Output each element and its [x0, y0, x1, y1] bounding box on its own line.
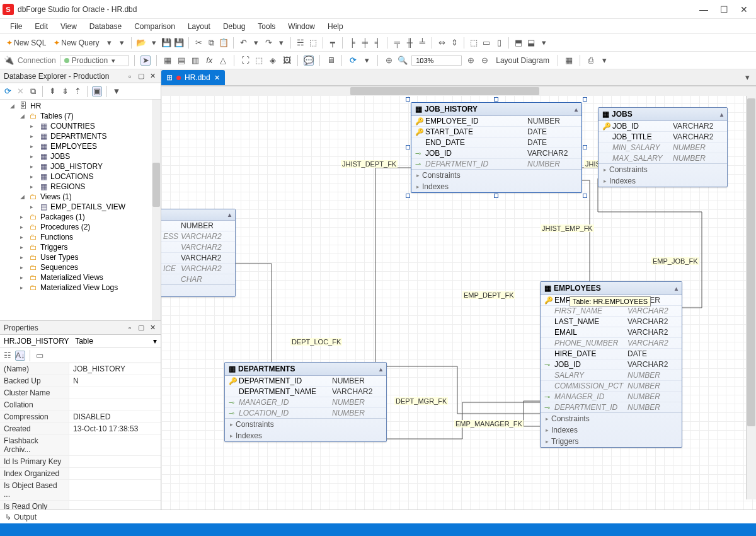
- property-row[interactable]: (Name)JOB_HISTORY: [0, 363, 161, 375]
- delete-icon[interactable]: ✕: [15, 86, 25, 96]
- tree-table-item[interactable]: ▸▦DEPARTMENTS: [30, 131, 161, 141]
- property-row[interactable]: Collation: [0, 399, 161, 411]
- funnel-icon[interactable]: ▼: [112, 86, 122, 96]
- note-icon[interactable]: ⬚: [254, 55, 264, 66]
- column-row[interactable]: ⊸MANAGER_IDNUMBER: [225, 397, 386, 408]
- menu-debug[interactable]: Debug: [218, 21, 250, 32]
- table-icon[interactable]: ▤: [176, 55, 186, 66]
- column-row[interactable]: MAX_SALARYNUMBER: [598, 153, 727, 163]
- categorized-icon[interactable]: ☷: [3, 351, 13, 361]
- tree-folder-item[interactable]: ▸🗀Functions: [20, 232, 161, 242]
- tree-folder-item[interactable]: ▸🗀Materialized Views: [20, 272, 161, 283]
- comment-icon[interactable]: 💬: [304, 55, 314, 66]
- properties-grid[interactable]: (Name)JOB_HISTORYBacked UpNCluster NameC…: [0, 363, 161, 510]
- entity-departments[interactable]: ▦DEPARTMENTS▴ 🔑DEPARTMENT_IDNUMBERDEPART…: [224, 362, 387, 442]
- tree-folder-item[interactable]: ▸🗀Procedures (2): [20, 222, 161, 232]
- undo-icon[interactable]: ↶: [238, 38, 248, 48]
- tree-view-item[interactable]: ▸▤EMP_DETAILS_VIEW: [30, 202, 161, 212]
- column-row[interactable]: ESSVARCHAR2: [161, 231, 235, 242]
- entity-job-history[interactable]: ▦JOB_HISTORY▴ 🔑EMPLOYEE_IDNUMBER🔑START_D…: [411, 102, 582, 193]
- diagram-canvas[interactable]: JHIST_DEPT_FK JHIST_JOB_FK JHIST_EMP_FK …: [161, 86, 756, 510]
- dropdown-icon[interactable]: ▾: [149, 38, 159, 48]
- container-icon[interactable]: ▦: [564, 55, 574, 66]
- open-icon[interactable]: 📂: [136, 38, 146, 48]
- tree-views[interactable]: ◢🗀Views (1): [20, 192, 161, 202]
- horizontal-scrollbar[interactable]: [161, 86, 756, 96]
- vertical-scrollbar[interactable]: [746, 86, 756, 499]
- zoom-icon[interactable]: ⊕: [384, 55, 394, 66]
- zoom-out-icon[interactable]: ⊖: [479, 55, 490, 66]
- property-row[interactable]: Created13-Oct-10 17:38:53: [0, 423, 161, 435]
- property-row[interactable]: Flashback Archiv...: [0, 435, 161, 456]
- menu-window[interactable]: Window: [283, 21, 320, 32]
- menu-tools[interactable]: Tools: [253, 21, 280, 32]
- align-left-icon[interactable]: ╞: [347, 38, 357, 48]
- window-pos-icon[interactable]: ▫: [125, 323, 134, 332]
- menu-file[interactable]: File: [5, 21, 27, 32]
- tree-folder-item[interactable]: ▸🗀Materialized View Logs: [20, 283, 161, 293]
- new-sql-button[interactable]: ✦New SQL: [4, 37, 49, 49]
- dropdown-icon[interactable]: ▾: [276, 38, 286, 48]
- column-row[interactable]: 🔑JOB_IDVARCHAR2: [598, 121, 727, 132]
- menu-edit[interactable]: Edit: [30, 21, 53, 32]
- fx-icon[interactable]: fx: [204, 55, 214, 66]
- column-row[interactable]: DEPARTMENT_NAMEVARCHAR2: [225, 387, 386, 397]
- maximize-button[interactable]: ☐: [719, 5, 728, 14]
- connection-icon[interactable]: 🔌: [4, 55, 14, 66]
- collapse-icon[interactable]: ▴: [675, 285, 678, 292]
- column-row[interactable]: LAST_NAMEVARCHAR2: [541, 317, 682, 327]
- tree-table-item[interactable]: ▸▦COUNTRIES: [30, 121, 161, 131]
- alphabetical-icon[interactable]: A↓: [15, 351, 25, 361]
- collapse-icon[interactable]: ▴: [228, 211, 231, 218]
- entity-footer-item[interactable]: ▸Constraints: [225, 419, 386, 430]
- pointer-icon[interactable]: ➤: [140, 55, 151, 66]
- column-row[interactable]: VARCHAR2: [161, 253, 235, 264]
- entity-footer-item[interactable]: ▸Indexes: [225, 430, 386, 441]
- save-all-icon[interactable]: 💾: [174, 38, 184, 48]
- column-row[interactable]: CHAR: [161, 274, 235, 284]
- distribute-v-icon[interactable]: ⇕: [449, 38, 459, 48]
- column-row[interactable]: NUMBER: [161, 221, 235, 231]
- tree-table-item[interactable]: ▸▦LOCATIONS: [30, 172, 161, 182]
- column-row[interactable]: 🔑EMPLOYEE_IDNUMBER: [411, 116, 581, 127]
- filter2-icon[interactable]: ⇟: [60, 86, 70, 96]
- size-icon[interactable]: ▯: [494, 38, 504, 48]
- refresh-icon[interactable]: ⟳: [3, 86, 13, 96]
- menu-help[interactable]: Help: [323, 21, 348, 32]
- pin-icon[interactable]: ▢: [137, 72, 146, 81]
- align-center-icon[interactable]: ╪: [360, 38, 370, 48]
- tree-folder-item[interactable]: ▸🗀User Types: [20, 252, 161, 262]
- zoom-in-icon[interactable]: ⊕: [466, 55, 476, 66]
- computer-icon[interactable]: 🖥: [326, 55, 336, 66]
- column-row[interactable]: SALARYNUMBER: [541, 370, 682, 381]
- cut-icon[interactable]: ✂: [193, 38, 203, 48]
- minimize-button[interactable]: —: [699, 5, 708, 14]
- menu-layout[interactable]: Layout: [183, 21, 215, 32]
- tree-table-item[interactable]: ▸▦JOB_HISTORY: [30, 161, 161, 172]
- column-row[interactable]: FIRST_NAMEVARCHAR2: [541, 306, 682, 317]
- tree-folder-item[interactable]: ▸🗀Sequences: [20, 262, 161, 272]
- tree-table-item[interactable]: ▸▦REGIONS: [30, 182, 161, 192]
- entity-footer-item[interactable]: [161, 285, 235, 296]
- column-row[interactable]: EMAILVARCHAR2: [541, 327, 682, 338]
- property-row[interactable]: Id Is Primary Key: [0, 456, 161, 468]
- property-row[interactable]: Is Read Only: [0, 501, 161, 510]
- layout-diagram-button[interactable]: Layout Diagram: [493, 55, 552, 66]
- filter3-icon[interactable]: ⇡: [72, 86, 83, 96]
- column-row[interactable]: HIRE_DATEDATE: [541, 349, 682, 359]
- dropdown-icon[interactable]: ▾: [362, 55, 372, 66]
- column-row[interactable]: PHONE_NUMBERVARCHAR2: [541, 338, 682, 349]
- crop-icon[interactable]: ⛶: [240, 55, 250, 66]
- collapse-icon[interactable]: ▴: [379, 366, 382, 373]
- zoom-region-icon[interactable]: 🔍: [398, 55, 408, 66]
- align-top-icon[interactable]: ┯: [328, 38, 338, 48]
- collapse-icon[interactable]: ▴: [575, 106, 578, 113]
- collapse-icon[interactable]: ▴: [720, 111, 723, 118]
- column-row[interactable]: MIN_SALARYNUMBER: [598, 143, 727, 153]
- redo-icon[interactable]: ↷: [263, 38, 273, 48]
- align-top-icon[interactable]: ╤: [392, 38, 402, 48]
- send-back-icon[interactable]: ⬓: [526, 38, 536, 48]
- connection-select[interactable]: Production ▾: [60, 55, 129, 66]
- stamp-icon[interactable]: ◈: [268, 55, 278, 66]
- filter1-icon[interactable]: ⇞: [47, 86, 57, 96]
